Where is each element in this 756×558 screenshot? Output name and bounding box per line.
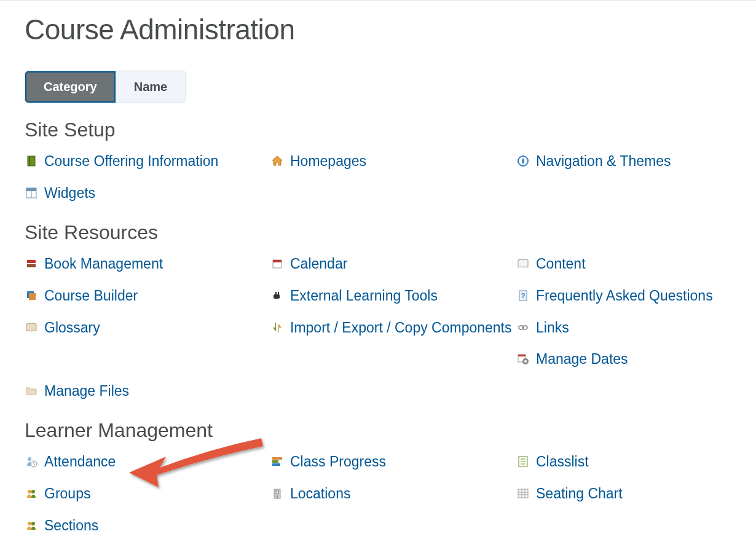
- link-widgets[interactable]: Widgets: [25, 184, 270, 203]
- person-clock-icon: [25, 455, 38, 468]
- svg-rect-15: [275, 292, 277, 295]
- link-course-builder[interactable]: Course Builder: [25, 287, 270, 305]
- tool-label: Course Offering Information: [44, 152, 218, 171]
- tool-label: Book Management: [44, 255, 163, 273]
- section-title-site-resources: Site Resources: [25, 221, 731, 244]
- svg-point-25: [28, 457, 31, 461]
- people-yellow-icon: [25, 487, 38, 500]
- link-external-learning-tools[interactable]: External Learning Tools: [270, 287, 516, 305]
- book-green-icon: [25, 154, 38, 168]
- compass-blue-icon: [516, 154, 530, 168]
- svg-rect-13: [29, 293, 36, 300]
- link-attendance[interactable]: Attendance: [25, 453, 270, 471]
- link-navigation-themes[interactable]: Navigation & Themes: [516, 152, 738, 171]
- svg-point-24: [524, 360, 527, 363]
- grid-blue-icon: [25, 186, 38, 200]
- tool-label: Class Progress: [290, 453, 386, 471]
- svg-rect-22: [518, 355, 526, 356]
- link-locations[interactable]: Locations: [270, 485, 516, 503]
- svg-rect-9: [27, 264, 36, 267]
- svg-rect-11: [273, 260, 282, 262]
- link-import-export-copy[interactable]: Import / Export / Copy Components: [270, 319, 516, 337]
- tab-category[interactable]: Category: [25, 71, 116, 103]
- course-admin-page: Course Administration Category Name Site…: [0, 0, 756, 558]
- svg-rect-1: [29, 156, 30, 166]
- tool-label: Links: [536, 319, 569, 337]
- tool-label: Classlist: [536, 453, 589, 471]
- open-book-icon: [516, 257, 530, 270]
- link-homepages[interactable]: Homepages: [270, 152, 516, 171]
- link-calendar[interactable]: Calendar: [270, 255, 516, 273]
- svg-rect-38: [278, 490, 279, 492]
- svg-rect-40: [278, 493, 279, 494]
- people-yellow-icon: [25, 519, 38, 532]
- tool-label: Import / Export / Copy Components: [290, 319, 512, 337]
- svg-rect-27: [272, 457, 282, 460]
- chain-gray-icon: [516, 321, 530, 334]
- svg-rect-28: [272, 460, 278, 463]
- page-question-icon: ?: [516, 289, 530, 302]
- tool-label: Content: [536, 255, 586, 273]
- calendar-gear-icon: [516, 352, 530, 366]
- tab-name[interactable]: Name: [116, 71, 186, 103]
- tool-label: Widgets: [44, 184, 95, 203]
- section-learner-management: Learner Management Attendance Class Prog…: [25, 419, 731, 535]
- svg-rect-8: [27, 260, 36, 263]
- calendar-red-icon: [270, 257, 284, 270]
- svg-point-35: [31, 490, 35, 493]
- bars-colored-icon: [270, 455, 284, 468]
- tool-label: Attendance: [44, 453, 116, 471]
- link-class-progress[interactable]: Class Progress: [270, 453, 516, 471]
- link-classlist[interactable]: Classlist: [516, 453, 738, 471]
- tool-label: External Learning Tools: [290, 287, 438, 305]
- svg-rect-41: [277, 495, 278, 498]
- books-red-icon: [25, 257, 38, 270]
- svg-text:?: ?: [521, 292, 526, 299]
- stack-blue-icon: [25, 289, 38, 302]
- link-content[interactable]: Content: [516, 255, 738, 273]
- link-sections[interactable]: Sections: [25, 517, 270, 535]
- tool-label: Sections: [44, 517, 98, 535]
- arrows-green-icon: [270, 321, 284, 334]
- tool-label: Locations: [290, 485, 350, 503]
- link-faq[interactable]: ? Frequently Asked Questions: [516, 287, 738, 305]
- tool-label: Manage Dates: [536, 350, 628, 369]
- link-manage-files[interactable]: Manage Files: [25, 382, 270, 401]
- section-site-setup: Site Setup Course Offering Information H…: [25, 119, 731, 203]
- link-book-management[interactable]: Book Management: [25, 255, 270, 273]
- tool-label: Seating Chart: [536, 485, 623, 503]
- view-toggle-tabs: Category Name: [25, 71, 186, 103]
- tool-label: Frequently Asked Questions: [536, 287, 713, 305]
- building-gray-icon: [270, 487, 284, 500]
- link-groups[interactable]: Groups: [25, 485, 270, 503]
- plug-dark-icon: [270, 289, 284, 302]
- home-orange-icon: [270, 154, 284, 168]
- folder-tan-icon: [25, 384, 38, 398]
- link-manage-dates[interactable]: Manage Dates: [516, 350, 738, 369]
- tool-label: Groups: [44, 485, 90, 503]
- svg-marker-2: [272, 156, 282, 165]
- page-title: Course Administration: [25, 13, 731, 46]
- svg-point-48: [31, 522, 35, 525]
- svg-point-34: [28, 490, 31, 493]
- link-glossary[interactable]: Glossary: [25, 319, 270, 337]
- svg-rect-6: [26, 188, 36, 191]
- tool-label: Navigation & Themes: [536, 152, 671, 171]
- tool-label: Calendar: [290, 255, 347, 273]
- tool-label: Course Builder: [44, 287, 138, 305]
- link-course-offering-information[interactable]: Course Offering Information: [25, 152, 270, 171]
- open-book-tan-icon: [25, 321, 38, 334]
- svg-point-47: [28, 522, 31, 525]
- svg-rect-29: [272, 463, 280, 466]
- svg-rect-37: [275, 490, 277, 492]
- seating-grid-icon: [516, 487, 530, 500]
- svg-rect-39: [275, 493, 277, 494]
- svg-rect-14: [274, 294, 280, 299]
- svg-rect-16: [278, 292, 279, 295]
- tool-label: Homepages: [290, 152, 366, 171]
- svg-rect-42: [518, 489, 528, 498]
- link-links[interactable]: Links: [516, 319, 738, 337]
- link-seating-chart[interactable]: Seating Chart: [516, 485, 738, 503]
- svg-rect-0: [28, 156, 35, 166]
- list-green-icon: [516, 455, 530, 468]
